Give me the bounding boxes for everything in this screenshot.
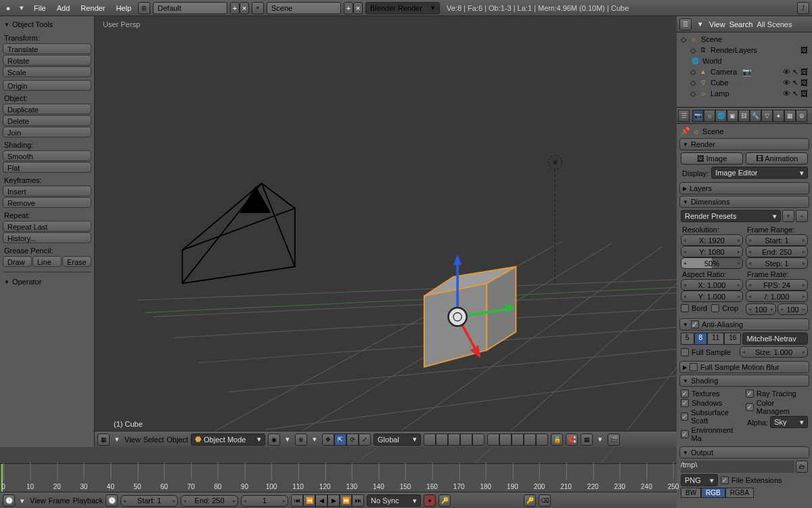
shading-panel-header[interactable]: Shading	[679, 375, 809, 387]
use-preview-range-icon[interactable]: 🕓	[106, 494, 118, 507]
viewport-shading-icon[interactable]: ◉	[268, 433, 280, 446]
render-panel-header[interactable]: Render	[679, 138, 809, 150]
file-browser-icon[interactable]: 🗁	[796, 461, 808, 473]
tab-material[interactable]: ●	[773, 110, 784, 122]
translate-button[interactable]: Translate	[3, 43, 91, 54]
insert-keyframe-button[interactable]: Insert	[3, 186, 91, 196]
border-checkbox[interactable]: Bord	[681, 303, 707, 313]
close-icon[interactable]: ×	[240, 2, 249, 14]
editor-type-icon[interactable]: ☰	[679, 18, 692, 30]
timeline-menu-playback[interactable]: Playback	[72, 496, 103, 505]
menu-help[interactable]: Help	[112, 3, 135, 14]
chevron-down-icon[interactable]: ▾	[595, 435, 605, 444]
snap-type-icon[interactable]: ▦	[581, 433, 593, 446]
output-path-field[interactable]: /tmp\	[681, 461, 794, 473]
layer-button[interactable]	[472, 433, 484, 446]
fps-base-field[interactable]: /: 1.000	[746, 291, 808, 302]
layers-panel-header[interactable]: Layers	[679, 182, 809, 194]
time-new-field[interactable]: 100	[777, 303, 808, 315]
outliner-world[interactable]: 🌐World	[681, 56, 808, 66]
rgb-mode[interactable]: RGB	[701, 488, 725, 498]
eye-icon[interactable]: 👁	[783, 68, 790, 77]
manipulator-toggle-group[interactable]: ✥ ⇱ ⟳ ⤢	[322, 433, 371, 446]
blender-icon[interactable]: ●	[3, 3, 14, 14]
tab-object[interactable]: ▣	[727, 110, 738, 122]
timeline-ruler[interactable]: 0102030405060708090100110120130140150160…	[0, 464, 677, 492]
auto-keyframe-icon[interactable]: ●	[424, 494, 436, 507]
frame-end-field[interactable]: End: 250	[746, 246, 808, 257]
render-icon[interactable]: 🖼	[800, 68, 808, 77]
timeline-current-field[interactable]: 1	[241, 495, 288, 507]
layer-button[interactable]	[512, 433, 524, 446]
delete-keyframe-icon[interactable]: ⌫	[539, 494, 551, 507]
textures-checkbox[interactable]: ✓Textures	[681, 389, 743, 398]
back-to-previous-icon[interactable]: ⤴	[797, 2, 809, 14]
scale-button[interactable]: Scale	[3, 66, 91, 77]
play-icon[interactable]: ▶	[328, 494, 340, 507]
keying-set-icon[interactable]: 🔑	[438, 494, 451, 507]
preset-add-button[interactable]: +	[782, 210, 794, 222]
outliner-filter-select[interactable]: All Scenes	[757, 20, 809, 28]
vp-menu-view[interactable]: View	[125, 436, 141, 444]
aspect-x-field[interactable]: X: 1.000	[681, 279, 743, 291]
outliner-menu-view[interactable]: View	[709, 20, 725, 28]
bw-mode[interactable]: BW	[681, 488, 701, 498]
insert-keyframe-icon[interactable]: 🔑	[524, 494, 536, 507]
scene-browse-icon[interactable]: ⚬	[252, 2, 264, 14]
aspect-y-field[interactable]: Y: 1.000	[681, 291, 743, 302]
outliner-menu-search[interactable]: Search	[729, 20, 753, 28]
fps-field[interactable]: FPS: 24	[746, 279, 808, 291]
aa-5[interactable]: 5	[681, 333, 694, 345]
vp-menu-object[interactable]: Object	[166, 436, 188, 444]
smooth-button[interactable]: Smooth	[3, 150, 91, 161]
tab-scene[interactable]: ☼	[704, 110, 715, 122]
gpencil-erase-button[interactable]: Erase	[62, 256, 91, 267]
outliner-lamp[interactable]: ◇☼Lamp👁↖🖼	[681, 88, 808, 99]
object-tools-panel-header[interactable]: Object Tools	[3, 19, 91, 31]
cursor-icon[interactable]: ↖	[792, 68, 798, 77]
alpha-mode-select[interactable]: Sky▾	[770, 416, 808, 428]
history-button[interactable]: History...	[3, 232, 91, 243]
output-panel-header[interactable]: Output	[679, 446, 809, 459]
resolution-x-field[interactable]: X: 1920	[681, 234, 743, 246]
close-icon[interactable]: ×	[353, 2, 363, 14]
timeline-menu-frame[interactable]: Frame	[49, 496, 70, 505]
frame-step-field[interactable]: Step: 1	[746, 257, 808, 269]
render-engine-select[interactable]: Blender Render▾	[365, 2, 440, 14]
motion-blur-panel-header[interactable]: Full Sample Motion Blur	[679, 361, 809, 373]
mode-select[interactable]: ⬣Object Mode▾	[191, 433, 265, 446]
menu-add[interactable]: Add	[53, 3, 74, 14]
sss-checkbox[interactable]: ✓Subsurface Scatt	[681, 408, 743, 425]
rotate-manip-icon[interactable]: ⟳	[346, 433, 359, 446]
render-icon[interactable]: 🖼	[800, 46, 808, 54]
flat-button[interactable]: Flat	[3, 162, 91, 173]
resolution-percentage-field[interactable]: 50%	[681, 257, 743, 269]
gpencil-line-button[interactable]: Line	[32, 256, 62, 267]
outliner-scene[interactable]: ◇☼Scene	[681, 34, 808, 45]
pivot-icon[interactable]: ⊕	[295, 433, 307, 446]
aa-11[interactable]: 11	[707, 333, 724, 345]
window-toggle-icon[interactable]: ⊞	[138, 2, 150, 14]
frame-start-field[interactable]: Start: 1	[746, 234, 808, 246]
dimensions-panel-header[interactable]: Dimensions	[679, 196, 809, 208]
tab-constraints[interactable]: ⛓	[738, 110, 750, 122]
keyframe-prev-icon[interactable]: ⏪	[303, 494, 315, 507]
pin-icon[interactable]: 📌	[681, 127, 690, 135]
layer-buttons-1[interactable]	[424, 433, 484, 446]
chevron-down-icon[interactable]: ▾	[310, 435, 319, 444]
layer-button[interactable]	[499, 433, 512, 446]
chevron-down-icon[interactable]: ▾	[18, 496, 27, 505]
chevron-down-icon[interactable]: ▾	[696, 20, 705, 28]
tab-texture[interactable]: ▦	[784, 110, 796, 122]
eye-icon[interactable]: 👁	[783, 79, 790, 87]
render-icon[interactable]: 🖼	[800, 89, 808, 98]
scene-add-remove[interactable]: +×	[344, 2, 363, 14]
snap-icon[interactable]: 🧲	[566, 433, 578, 446]
raytracing-checkbox[interactable]: ✓Ray Tracing	[746, 389, 808, 398]
origin-button[interactable]: Origin	[3, 80, 91, 91]
tab-physics[interactable]: ⊚	[796, 110, 807, 122]
chevron-down-icon[interactable]: ▾	[283, 435, 292, 444]
envmap-checkbox[interactable]: ✓Environment Ma	[681, 425, 743, 443]
translate-manip-icon[interactable]: ⇱	[334, 433, 346, 446]
aa-8[interactable]: 8	[694, 333, 708, 345]
